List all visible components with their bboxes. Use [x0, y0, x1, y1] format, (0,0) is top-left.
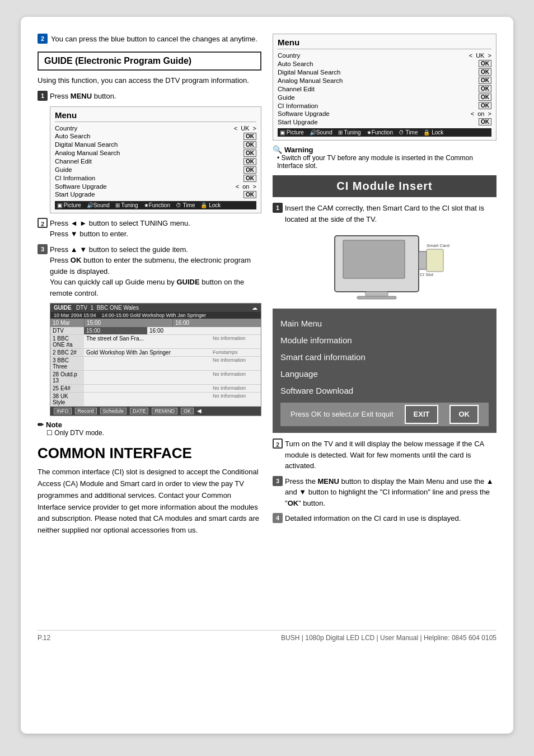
menu-row-software: Software Upgrade < on >	[55, 183, 256, 190]
menu-row-autosearch: Auto Search OK	[55, 132, 256, 141]
common-interface-body: The common interface (CI) slot is design…	[38, 466, 261, 536]
warning-label: Warning	[284, 146, 313, 154]
common-interface-heading: COMMON INTERFACE	[38, 445, 261, 462]
guide-screenshot: GUIDE DTV 1 BBC ONE Wales ☁ 10 Mar 2004 …	[50, 303, 261, 416]
guide-step2: 2 Press ◄ ► button to select TUNING menu…	[38, 218, 261, 240]
guide-row-1: 1 BBC ONE #a The street of San Fra... No…	[50, 335, 261, 349]
page-number: P.12	[38, 634, 50, 722]
svg-rect-1	[343, 240, 405, 278]
menu-box-left: Menu Country < UK > Auto Search OK Digit…	[50, 106, 261, 213]
page: 2 You can press the blue button to cance…	[21, 17, 513, 734]
menu-row-analog: Analog Manual Search OK	[55, 149, 256, 157]
ci-menu-item-2: Module information	[280, 332, 489, 349]
page-footer: P.12 BUSH | 1080p Digital LED LCD | User…	[38, 630, 496, 722]
ci-step3-icon: 3	[273, 476, 283, 486]
guide-time-row: 10 Mar 15:00 16:00	[50, 319, 261, 327]
guide-step3: 3 Press ▲ ▼ button to select the guide i…	[38, 244, 261, 299]
guide-header: GUIDE DTV 1 BBC ONE Wales ☁	[50, 304, 261, 312]
svg-text:Smart Card: Smart Card	[427, 243, 449, 248]
guide-step1: 1 Press MENU button.	[38, 91, 261, 102]
guide-section-title: GUIDE (Electronic Program Guide)	[44, 56, 255, 66]
step3-icon: 3	[38, 244, 48, 254]
note-box: ✏ Note ☐ Only DTV mode.	[38, 421, 261, 437]
ci-step4-icon: 4	[273, 513, 283, 523]
ci-step1-text: Insert the CAM correctly, then Smart Car…	[285, 203, 496, 225]
menu-box-right: Menu Country < UK > Auto Search OK Digit…	[273, 34, 496, 141]
menu-row-guide: Guide OK	[55, 166, 256, 174]
menu-row-channel: Channel Edit OK	[55, 157, 256, 166]
menu-row-digital: Digital Manual Search OK	[55, 141, 256, 149]
ci-menu-box: Main Menu Module information Smart card …	[273, 309, 496, 433]
menu-title-left: Menu	[55, 110, 256, 122]
ci-menu-item-3: Smart card information	[280, 349, 489, 366]
step2-text: Press ◄ ► button to select TUNING menu.P…	[50, 218, 261, 240]
ci-ok-bar-text: Press OK to select,or Exit toquit	[291, 407, 394, 422]
ci-module-title: CI Module Insert	[280, 180, 489, 193]
blue-note: 2 You can press the blue button to cance…	[38, 34, 261, 45]
guide-row-dtv: DTV 15:00 16:00	[50, 327, 261, 335]
menu-row-start: Start Upgrade OK	[55, 190, 256, 199]
ci-step3: 3 Press the MENU button to display the M…	[273, 476, 496, 509]
ci-menu-item-1: Main Menu	[280, 315, 489, 332]
ci-menu-item-4: Language	[280, 366, 489, 382]
ci-diagram-container: CI Slot Smart Card	[285, 230, 496, 303]
ci-menu-item-5: Software Download	[280, 382, 489, 399]
blue-step-num: 2	[38, 34, 48, 44]
menu-title-right: Menu	[278, 38, 491, 49]
menu-bar-left: ▣ Picture 🔊Sound ⊞ Tuning ★Function ⏱ Ti…	[55, 201, 256, 209]
warning-title: 🔍 Warning	[273, 145, 496, 154]
note-title: ✏ Note	[38, 421, 261, 429]
right-column: Menu Country < UK > Auto Search OK Digit…	[273, 34, 496, 622]
step1-icon: 1	[38, 91, 48, 101]
svg-rect-6	[366, 292, 388, 296]
ci-exit-button[interactable]: EXIT	[405, 405, 439, 424]
ci-step4: 4 Detailed information on the CI card in…	[273, 513, 496, 524]
guide-row-38: 38 UK Style No Information	[50, 393, 261, 407]
blue-note-text: You can press the blue button to cancel …	[51, 34, 261, 45]
ci-step3-text: Press the MENU button to display the Mai…	[285, 476, 496, 509]
ci-module-heading: CI Module Insert	[273, 175, 496, 197]
step3-text: Press ▲ ▼ button to select the guide ite…	[50, 244, 261, 299]
ci-step1: 1 Insert the CAM correctly, then Smart C…	[273, 203, 496, 225]
guide-section-heading: GUIDE (Electronic Program Guide)	[38, 52, 261, 71]
guide-row-25: 25 E4# No Information	[50, 385, 261, 393]
svg-rect-7	[357, 296, 396, 299]
menu-row-country: Country < UK >	[55, 124, 256, 132]
step2-icon: 2	[38, 218, 48, 228]
guide-row-28: 28 Outd.p 13 No Information	[50, 371, 261, 385]
menu-bar-right: ▣ Picture 🔊Sound ⊞ Tuning ★Function ⏱ Ti…	[278, 128, 491, 137]
left-column: 2 You can press the blue button to cance…	[38, 34, 261, 622]
ci-diagram: CI Slot Smart Card	[329, 230, 452, 303]
ci-step2-icon: 2	[273, 438, 283, 449]
ci-step4-text: Detailed information on the CI card in u…	[285, 513, 496, 524]
svg-text:CI Slot: CI Slot	[420, 272, 434, 277]
ci-ok-bar: Press OK to select,or Exit toquit EXIT O…	[280, 403, 489, 426]
ci-step1-icon: 1	[273, 203, 283, 213]
svg-rect-2	[419, 251, 427, 269]
menu-row-ci: CI Information OK	[55, 174, 256, 183]
guide-row-3: 3 BBC Three No Information	[50, 357, 261, 371]
guide-footer: INFO Record Schedule DATE REMIND OK ◀	[50, 407, 261, 416]
guide-intro: Using this function, you can access the …	[38, 75, 261, 87]
step1-text: Press MENU button.	[50, 91, 261, 102]
footer-text: BUSH | 1080p Digital LED LCD | User Manu…	[281, 634, 496, 722]
svg-rect-3	[427, 249, 443, 272]
ci-step2-text: Turn on the TV and it will display the b…	[285, 438, 496, 472]
guide-subheader: 10 Mar 2004 15:04 14:00-15:00 Gold Works…	[50, 312, 261, 319]
guide-row-2: 2 BBC 2# Gold Workshop With Jan Springer…	[50, 349, 261, 357]
ci-ok-button[interactable]: OK	[449, 405, 479, 424]
ci-step2: 2 Turn on the TV and it will display the…	[273, 438, 496, 472]
warning-box: 🔍 Warning • Switch off your TV before an…	[273, 145, 496, 170]
warning-content: • Switch off your TV before any module i…	[277, 154, 496, 170]
note-content: ☐ Only DTV mode.	[46, 429, 261, 437]
